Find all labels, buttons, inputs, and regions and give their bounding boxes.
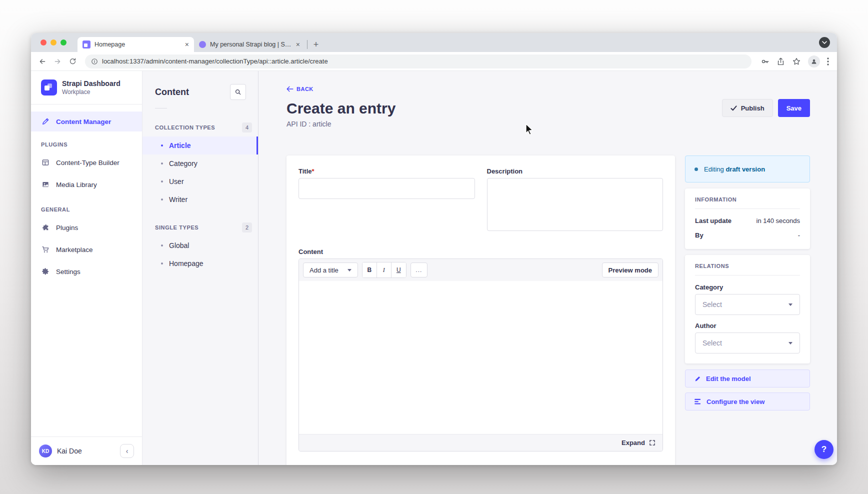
group-label-single-types: SINGLE TYPES	[155, 224, 198, 230]
new-tab-button[interactable]: +	[310, 38, 322, 51]
editor-toolbar: Add a title B I U ... Preview mode	[299, 259, 662, 281]
strapi-logo-icon	[41, 80, 57, 96]
underline-button[interactable]: U	[392, 262, 406, 278]
sidebar-item-marketplace[interactable]: Marketplace	[31, 240, 142, 260]
collapse-sidebar-button[interactable]: ‹	[120, 444, 134, 458]
browser-profile-avatar[interactable]	[808, 56, 820, 68]
save-button[interactable]: Save	[778, 99, 810, 117]
key-icon[interactable]	[760, 57, 770, 66]
help-button[interactable]: ?	[814, 440, 834, 459]
subnav-item-writer[interactable]: Writer	[142, 190, 258, 208]
description-textarea[interactable]	[487, 178, 664, 231]
user-profile-row[interactable]: KD Kai Doe ‹	[31, 437, 142, 465]
browser-toolbar: localhost:1337/admin/content-manager/col…	[31, 52, 837, 71]
sidebar-item-content-type-builder[interactable]: Content-Type Builder	[31, 152, 142, 172]
workspace-title: Strapi Dashboard	[62, 80, 120, 88]
tab-homepage[interactable]: Homepage ×	[78, 37, 194, 52]
chevron-down-icon	[822, 41, 827, 44]
subnav-item-category[interactable]: Category	[142, 154, 258, 172]
search-button[interactable]	[230, 84, 246, 100]
forward-arrow-icon	[54, 58, 62, 66]
last-update-row: Last update in 140 seconds	[695, 217, 800, 224]
reload-icon	[69, 58, 76, 65]
puzzle-icon	[41, 224, 50, 232]
sidebar-item-label: Content-Type Builder	[56, 159, 120, 166]
bullet-icon	[161, 162, 163, 164]
title-field-label: Title*	[298, 168, 475, 175]
author-label: Author	[695, 322, 800, 330]
bullet-icon	[161, 144, 163, 146]
by-row: By -	[695, 232, 800, 239]
divider	[695, 208, 800, 209]
information-card: INFORMATION Last update in 140 seconds B…	[685, 188, 810, 249]
expand-editor-button[interactable]: Expand	[299, 434, 662, 451]
tab-search-button[interactable]	[819, 37, 830, 48]
divider	[31, 104, 142, 104]
chevron-down-icon	[348, 269, 352, 272]
required-asterisk: *	[312, 168, 314, 175]
heading-select[interactable]: Add a title	[303, 262, 358, 278]
subnav-item-label: Article	[169, 142, 191, 150]
info-icon	[91, 58, 98, 65]
title-input[interactable]	[298, 178, 475, 199]
edit-model-button[interactable]: Edit the model	[685, 370, 810, 388]
close-tab-icon[interactable]: ×	[296, 40, 300, 48]
subnav-item-user[interactable]: User	[142, 172, 258, 190]
information-heading: INFORMATION	[695, 196, 800, 202]
workspace-brand[interactable]: Strapi Dashboard Workplace	[31, 71, 142, 104]
main-navigation: Strapi Dashboard Workplace Content Manag…	[31, 71, 142, 465]
subnav-item-label: User	[169, 178, 184, 186]
forward-button[interactable]	[51, 55, 64, 68]
sidebar-item-plugins[interactable]: Plugins	[31, 218, 142, 238]
close-tab-icon[interactable]: ×	[185, 40, 189, 48]
subnav-item-homepage[interactable]: Homepage	[142, 254, 258, 272]
configure-view-button[interactable]: Configure the view	[685, 392, 810, 410]
layout-grid-icon	[41, 158, 50, 166]
reload-button[interactable]	[66, 55, 79, 68]
zoom-window-button[interactable]	[60, 40, 66, 46]
strapi-app: Strapi Dashboard Workplace Content Manag…	[31, 71, 837, 465]
side-panel: Editing draft version INFORMATION Last u…	[685, 156, 810, 410]
back-link[interactable]: BACK	[286, 86, 314, 92]
back-button[interactable]	[36, 55, 49, 68]
relations-card: RELATIONS Category Select Author Select	[685, 255, 810, 364]
subnav-item-global[interactable]: Global	[142, 236, 258, 254]
more-formatting-button[interactable]: ...	[410, 262, 428, 278]
check-icon	[730, 106, 737, 111]
sidebar-item-content-manager[interactable]: Content Manager	[31, 112, 142, 132]
share-icon[interactable]	[776, 57, 785, 66]
browser-tabstrip: Homepage × My personal Strapi blog | Str…	[31, 33, 837, 52]
chevron-down-icon	[788, 342, 792, 344]
publish-button[interactable]: Publish	[722, 99, 773, 117]
description-field-label: Description	[487, 168, 664, 175]
author-select[interactable]: Select	[695, 332, 800, 354]
nav-section-general: GENERAL	[31, 206, 142, 212]
configure-lines-icon	[694, 398, 702, 404]
group-label-collection-types: COLLECTION TYPES	[155, 124, 215, 130]
minimize-window-button[interactable]	[50, 40, 56, 46]
editor-body[interactable]	[299, 281, 662, 434]
bookmark-star-icon[interactable]	[792, 57, 801, 66]
sidebar-item-label: Marketplace	[56, 246, 93, 254]
main-pane: BACK Create an entry API ID : article Pu…	[258, 71, 837, 465]
bullet-icon	[161, 244, 163, 246]
traffic-lights	[40, 40, 66, 46]
blog-favicon	[199, 41, 206, 48]
sidebar-item-label: Media Library	[56, 181, 97, 188]
tab-strapi-blog[interactable]: My personal Strapi blog | Strap ×	[194, 37, 305, 52]
bold-button[interactable]: B	[362, 262, 377, 278]
sidebar-item-settings[interactable]: Settings	[31, 262, 142, 282]
format-button-group: B I U	[362, 262, 406, 278]
last-update-value: in 140 seconds	[756, 217, 800, 224]
url-bar[interactable]: localhost:1337/admin/content-manager/col…	[85, 54, 752, 68]
rich-text-editor: Add a title B I U ... Preview mode	[298, 258, 663, 452]
preview-mode-button[interactable]: Preview mode	[602, 262, 658, 278]
close-window-button[interactable]	[40, 40, 46, 46]
sidebar-item-media-library[interactable]: Media Library	[31, 174, 142, 194]
subnav-title: Content	[155, 87, 189, 98]
subnav-item-article[interactable]: Article	[142, 136, 258, 154]
category-select[interactable]: Select	[695, 294, 800, 315]
tab-title: My personal Strapi blog | Strap	[210, 41, 293, 48]
italic-button[interactable]: I	[377, 262, 392, 278]
browser-menu-icon[interactable]	[827, 58, 829, 66]
